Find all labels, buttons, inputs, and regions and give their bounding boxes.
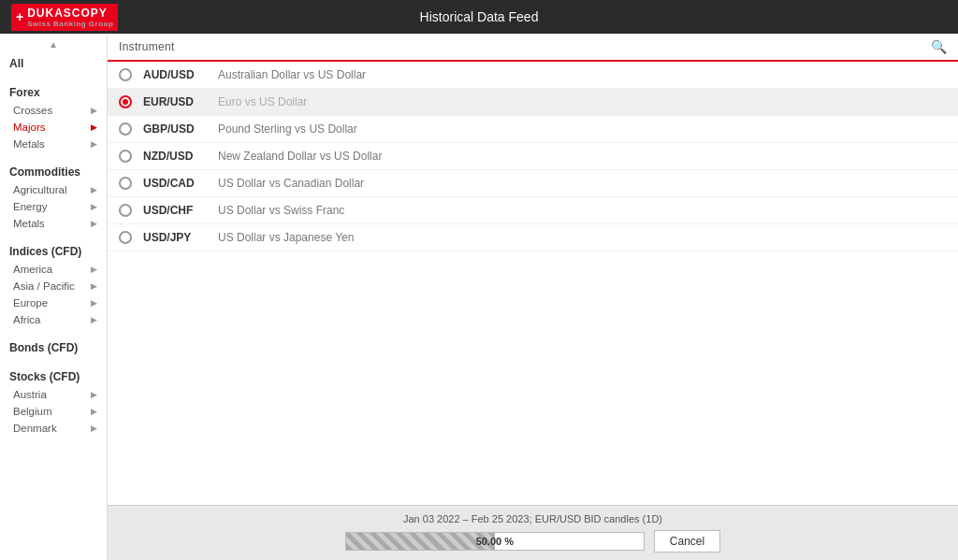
sidebar-all-label[interactable]: All [0, 51, 107, 73]
sidebar-item-europe[interactable]: Europe ▶ [0, 294, 107, 311]
sidebar-item-belgium[interactable]: Belgium ▶ [0, 403, 107, 420]
instrument-row[interactable]: NZD/USDNew Zealand Dollar vs US Dollar [108, 143, 958, 170]
bottom-bar: Jan 03 2022 – Feb 25 2023; EUR/USD BID c… [108, 505, 958, 560]
instrument-code: GBP/USD [143, 122, 218, 136]
logo-name: DUKASCOPY [27, 7, 113, 20]
cancel-button[interactable]: Cancel [654, 530, 720, 553]
sidebar-belgium-label: Belgium [13, 406, 52, 417]
instrument-desc: Euro vs US Dollar [218, 95, 307, 108]
chevron-right-icon: ▶ [91, 122, 97, 132]
instrument-desc: US Dollar vs Swiss Franc [218, 204, 344, 217]
radio-button[interactable] [119, 68, 132, 81]
chevron-right-icon: ▶ [91, 390, 97, 399]
instrument-desc: US Dollar vs Canadian Dollar [218, 177, 364, 190]
status-text: Jan 03 2022 – Feb 25 2023; EUR/USD BID c… [123, 513, 943, 524]
instrument-desc: US Dollar vs Japanese Yen [218, 231, 354, 244]
instrument-row[interactable]: USD/CHFUS Dollar vs Swiss Franc [108, 197, 958, 224]
instrument-row[interactable]: AUD/USDAustralian Dollar vs US Dollar [108, 62, 958, 89]
content-area: Instrument 🔍 AUD/USDAustralian Dollar vs… [108, 34, 958, 560]
instruments-list: AUD/USDAustralian Dollar vs US DollarEUR… [108, 62, 958, 505]
instrument-desc: New Zealand Dollar vs US Dollar [218, 150, 382, 163]
instrument-bar: Instrument 🔍 [108, 34, 958, 62]
chevron-right-icon: ▶ [91, 265, 97, 274]
sidebar-metals-forex-label: Metals [13, 138, 45, 150]
sidebar-item-majors[interactable]: Majors ▶ [0, 119, 107, 136]
chevron-right-icon: ▶ [91, 315, 97, 324]
sidebar-america-label: America [13, 264, 52, 275]
sidebar-item-energy[interactable]: Energy ▶ [0, 198, 107, 215]
chevron-right-icon: ▶ [91, 281, 97, 291]
sidebar-denmark-label: Denmark [13, 423, 57, 434]
sidebar-item-austria[interactable]: Austria ▶ [0, 386, 107, 403]
chevron-right-icon: ▶ [91, 407, 97, 416]
chevron-right-icon: ▶ [91, 424, 97, 433]
radio-button[interactable] [119, 177, 132, 190]
sidebar-item-america[interactable]: America ▶ [0, 261, 107, 278]
instrument-code: USD/JPY [143, 231, 218, 244]
chevron-right-icon: ▶ [91, 185, 97, 194]
sidebar-austria-label: Austria [13, 389, 47, 400]
chevron-right-icon: ▶ [91, 219, 97, 228]
sidebar-energy-label: Energy [13, 201, 47, 212]
sidebar-africa-label: Africa [13, 314, 40, 325]
logo-cross-icon: + [16, 9, 23, 24]
progress-label: 50.00 % [476, 536, 514, 547]
radio-button[interactable] [119, 204, 132, 217]
instrument-code: USD/CHF [143, 204, 218, 217]
chevron-right-icon: ▶ [91, 298, 97, 308]
progress-bar-container: 50.00 % [345, 532, 645, 551]
instrument-row[interactable]: EUR/USDEuro vs US Dollar [108, 89, 958, 116]
instrument-code: USD/CAD [143, 177, 218, 190]
radio-button[interactable] [119, 231, 132, 244]
instrument-code: NZD/USD [143, 150, 218, 163]
logo-text-area: DUKASCOPY Swiss Banking Group [27, 7, 113, 28]
sidebar-metals-commodities-label: Metals [13, 218, 45, 229]
sidebar-item-africa[interactable]: Africa ▶ [0, 311, 107, 328]
navbar: + DUKASCOPY Swiss Banking Group Historic… [0, 0, 958, 34]
instrument-desc: Australian Dollar vs US Dollar [218, 68, 366, 81]
chevron-right-icon: ▶ [91, 139, 97, 149]
progress-fill [346, 533, 495, 550]
sidebar-majors-label: Majors [13, 122, 46, 133]
sidebar-agricultural-label: Agricultural [13, 184, 67, 195]
sidebar-crosses-label: Crosses [13, 105, 52, 116]
radio-button[interactable] [119, 122, 132, 136]
instrument-row[interactable]: USD/JPYUS Dollar vs Japanese Yen [108, 224, 958, 251]
logo-area: + DUKASCOPY Swiss Banking Group [11, 4, 118, 31]
chevron-right-icon: ▶ [91, 202, 97, 211]
sidebar-asia-pacific-label: Asia / Pacific [13, 280, 75, 292]
radio-dot [123, 99, 128, 105]
sidebar-forex-label[interactable]: Forex [0, 80, 107, 102]
sidebar-indices-label[interactable]: Indices (CFD) [0, 239, 107, 261]
chevron-right-icon: ▶ [91, 106, 97, 115]
navbar-title: Historical Data Feed [420, 9, 539, 24]
main-container: ▲ All Forex Crosses ▶ Majors ▶ Metals ▶ … [0, 34, 958, 560]
instrument-code: AUD/USD [143, 68, 218, 81]
scroll-up-indicator: ▲ [0, 37, 107, 51]
radio-button[interactable] [119, 95, 132, 108]
instrument-row[interactable]: GBP/USDPound Sterling vs US Dollar [108, 116, 958, 143]
sidebar-europe-label: Europe [13, 297, 48, 309]
sidebar-item-denmark[interactable]: Denmark ▶ [0, 420, 107, 437]
search-icon[interactable]: 🔍 [931, 39, 947, 54]
sidebar-commodities-label[interactable]: Commodities [0, 160, 107, 181]
sidebar-bonds-label[interactable]: Bonds (CFD) [0, 336, 107, 357]
logo-box: + DUKASCOPY Swiss Banking Group [11, 4, 118, 31]
progress-row: 50.00 % Cancel [123, 530, 943, 553]
instrument-label: Instrument [119, 40, 175, 53]
instrument-row[interactable]: USD/CADUS Dollar vs Canadian Dollar [108, 170, 958, 197]
sidebar-item-asia-pacific[interactable]: Asia / Pacific ▶ [0, 278, 107, 294]
instrument-desc: Pound Sterling vs US Dollar [218, 122, 357, 136]
sidebar: ▲ All Forex Crosses ▶ Majors ▶ Metals ▶ … [0, 34, 108, 560]
logo-sub: Swiss Banking Group [27, 20, 113, 28]
sidebar-item-agricultural[interactable]: Agricultural ▶ [0, 181, 107, 198]
sidebar-item-metals-commodities[interactable]: Metals ▶ [0, 215, 107, 232]
sidebar-stocks-label[interactable]: Stocks (CFD) [0, 365, 107, 386]
radio-button[interactable] [119, 150, 132, 163]
instrument-code: EUR/USD [143, 95, 218, 108]
sidebar-item-crosses[interactable]: Crosses ▶ [0, 102, 107, 119]
sidebar-item-metals-forex[interactable]: Metals ▶ [0, 136, 107, 152]
